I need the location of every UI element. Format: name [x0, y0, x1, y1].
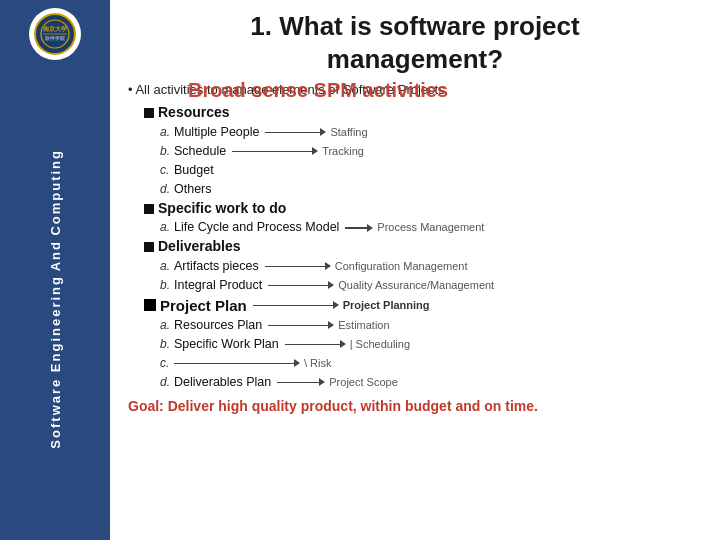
- svg-text:南京大学: 南京大学: [43, 25, 67, 32]
- lifecycle-row: a. Life Cycle and Process Model Process …: [160, 218, 702, 237]
- sq-bullet-deliverables: [144, 242, 154, 252]
- lifecycle-label: Life Cycle and Process Model: [174, 219, 339, 237]
- letter-d1: d.: [160, 181, 174, 198]
- integral-arrow: Quality Assurance/Management: [268, 278, 494, 293]
- project-plan-arrow: Project Planning: [253, 298, 430, 313]
- letter-b3: b.: [160, 277, 174, 294]
- resources-plan-label: Resources Plan: [174, 317, 262, 335]
- project-plan-header: Project Plan Project Planning: [144, 295, 702, 316]
- scheduling-label: | Scheduling: [350, 337, 410, 352]
- deliverables-header: Deliverables: [144, 237, 702, 257]
- others-label: Others: [174, 181, 212, 199]
- artifacts-label: Artifacts pieces: [174, 258, 259, 276]
- tracking-label: Tracking: [322, 144, 364, 159]
- deliverables-label: Deliverables: [158, 237, 241, 257]
- risk-row: c. \ Risk: [160, 354, 702, 373]
- sidebar-label-software-engineering: Software Engineering: [48, 275, 63, 449]
- deliverables-plan-arrow: Project Scope: [277, 375, 397, 390]
- sq-bullet-project-plan: [144, 299, 156, 311]
- integral-label: Integral Product: [174, 277, 262, 295]
- goal-text: Goal: Deliver high quality product, with…: [128, 398, 538, 414]
- letter-d4: d.: [160, 374, 174, 391]
- letter-c1: c.: [160, 162, 174, 179]
- project-planning-label: Project Planning: [343, 298, 430, 313]
- letter-b1: b.: [160, 143, 174, 160]
- letter-a4: a.: [160, 317, 174, 334]
- title-line1: 1. What is software project: [128, 10, 702, 43]
- sidebar-label-and: And: [48, 240, 63, 271]
- title-line2: management?: [128, 43, 702, 76]
- page-title: 1. What is software project management?: [128, 10, 702, 75]
- lifecycle-arrow: Process Management: [345, 220, 484, 235]
- svg-text:软件学院: 软件学院: [45, 35, 65, 41]
- estimation-label: Estimation: [338, 318, 389, 333]
- schedule-arrow: Tracking: [232, 144, 364, 159]
- qa-mgmt-label: Quality Assurance/Management: [338, 278, 494, 293]
- sidebar: 南京大学 软件学院 Computing And Software Enginee…: [0, 0, 110, 540]
- project-scope-label: Project Scope: [329, 375, 397, 390]
- process-mgmt-label: Process Management: [377, 220, 484, 235]
- specific-work-plan-label: Specific Work Plan: [174, 336, 279, 354]
- others-row: d. Others: [160, 180, 702, 199]
- resources-plan-arrow: Estimation: [268, 318, 389, 333]
- resources-plan-row: a. Resources Plan Estimation: [160, 316, 702, 335]
- specific-work-label: Specific work to do: [158, 199, 286, 219]
- budget-label: Budget: [174, 162, 214, 180]
- multiple-people-row: a. Multiple People Staffing: [160, 123, 702, 142]
- resources-header: Resources: [144, 103, 702, 123]
- subtitle-bullet: • All activities to manage elements of S…: [128, 81, 702, 99]
- project-plan-label: Project Plan: [160, 295, 247, 316]
- letter-c4: c.: [160, 355, 174, 372]
- letter-a3: a.: [160, 258, 174, 275]
- budget-row: c. Budget: [160, 161, 702, 180]
- specific-work-plan-row: b. Specific Work Plan | Scheduling: [160, 335, 702, 354]
- artifacts-row: a. Artifacts pieces Configuration Manage…: [160, 257, 702, 276]
- risk-arrow: \ Risk: [174, 356, 332, 371]
- integral-row: b. Integral Product Quality Assurance/Ma…: [160, 276, 702, 295]
- sq-bullet-specific: [144, 204, 154, 214]
- goal-line: Goal: Deliver high quality product, with…: [128, 398, 702, 414]
- university-logo: 南京大学 软件学院: [29, 8, 81, 60]
- multiple-people-label: Multiple People: [174, 124, 259, 142]
- sidebar-label-computing: Computing: [48, 149, 63, 236]
- specific-work-plan-arrow: | Scheduling: [285, 337, 410, 352]
- letter-a2: a.: [160, 219, 174, 236]
- content-list: Resources a. Multiple People Staffing b.…: [128, 103, 702, 392]
- artifacts-arrow: Configuration Management: [265, 259, 468, 274]
- letter-b4: b.: [160, 336, 174, 353]
- sq-bullet-resources: [144, 108, 154, 118]
- staffing-label: Staffing: [330, 125, 367, 140]
- schedule-label: Schedule: [174, 143, 226, 161]
- schedule-row: b. Schedule Tracking: [160, 142, 702, 161]
- letter-a1: a.: [160, 124, 174, 141]
- deliverables-plan-label: Deliverables Plan: [174, 374, 271, 392]
- subtitle-row: • All activities to manage elements of S…: [128, 81, 702, 99]
- main-content: 1. What is software project management? …: [110, 0, 720, 540]
- config-mgmt-label: Configuration Management: [335, 259, 468, 274]
- resources-label: Resources: [158, 103, 230, 123]
- multiple-people-arrow: Staffing: [265, 125, 367, 140]
- risk-label: \ Risk: [304, 356, 332, 371]
- sidebar-text: Computing And Software Engineering: [48, 66, 63, 532]
- specific-work-header: Specific work to do: [144, 199, 702, 219]
- deliverables-plan-row: d. Deliverables Plan Project Scope: [160, 373, 702, 392]
